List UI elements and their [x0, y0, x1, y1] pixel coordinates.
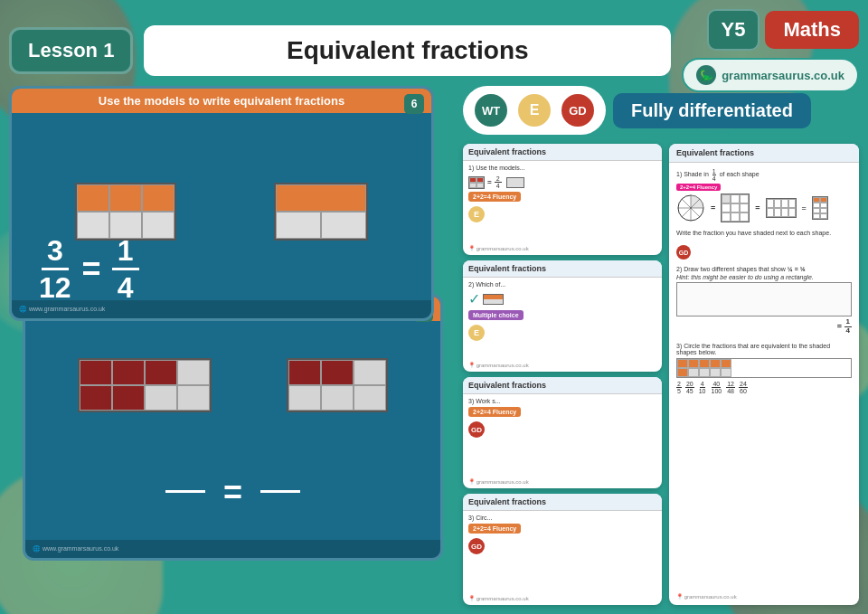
cell: [142, 212, 175, 239]
cell: [142, 184, 175, 212]
slide-2-grid-1: [78, 358, 212, 412]
slides-area: Use the models to write equivalent fract…: [9, 86, 452, 605]
ws-4-badge: GD: [468, 538, 485, 554]
grammarsaurus-url: grammarsaurus.co.uk: [722, 69, 844, 82]
ws-1-header: Equivalent fractions: [463, 144, 662, 161]
cell: [80, 360, 112, 385]
e-badge: E: [515, 91, 553, 129]
right-badges: Y5 Maths 🦕 grammarsaurus.co.uk: [682, 9, 859, 92]
cell: [276, 212, 321, 239]
worksheets-row: Equivalent fractions 1) Use the models..…: [463, 144, 859, 605]
lws-q3: 2) Draw two different shapes that show ¼…: [676, 266, 852, 335]
ws-2-body: 2) Which of... ✓ Multiple choice E 📍 gra…: [463, 278, 662, 372]
cell: [77, 184, 109, 212]
slide-2-bottom: 🌐 www.grammarsaurus.co.uk: [25, 540, 440, 558]
slide-1-bottom: 🌐 www.grammarsaurus.co.uk: [12, 300, 431, 318]
ws-1-tag: 2+2=4 Fluency: [468, 192, 521, 202]
ws-3-header: Equivalent fractions: [463, 377, 662, 394]
ws-4-tag: 2+2=4 Fluency: [468, 524, 521, 534]
ws-1-badge: E: [468, 206, 485, 222]
cell: [77, 212, 109, 239]
lws-gd-badge: GD: [676, 245, 691, 260]
fully-differentiated-label: Fully differentiated: [613, 93, 811, 128]
equals-sign: =: [82, 250, 101, 288]
cell: [80, 385, 112, 411]
cell: [109, 184, 142, 212]
lws-orange-grid: [676, 358, 852, 378]
lws-title: Equivalent fractions: [676, 148, 754, 157]
slide-1-body: 3 12 = 1 4: [12, 113, 431, 310]
cell: [145, 385, 177, 411]
cell: [112, 360, 145, 385]
frac2-numerator: 1: [118, 236, 134, 265]
cell: [145, 360, 177, 385]
ws-4-q: 3) Circ...: [468, 515, 656, 521]
cell: [354, 385, 386, 411]
lws-square-grid: [721, 194, 750, 222]
cell: [288, 385, 321, 411]
checkmark-icon: ✓: [468, 290, 480, 307]
frac2-denominator: 4: [118, 273, 134, 302]
year-badge: Y5: [707, 9, 760, 51]
cell: [321, 360, 354, 385]
main-content: Use the models to write equivalent fract…: [9, 86, 859, 605]
maths-badge: Maths: [765, 11, 859, 49]
worksheet-2[interactable]: Equivalent fractions 2) Which of... ✓ Mu…: [463, 260, 662, 372]
equals-sign-2: =: [223, 474, 242, 512]
cell: [354, 360, 386, 385]
year-maths-row: Y5 Maths: [707, 9, 859, 51]
lesson-label: Lesson 1: [28, 39, 114, 61]
header: Lesson 1 Equivalent fractions Y5 Maths 🦕…: [9, 9, 859, 92]
ws-1-q: 1) Use the models...: [468, 165, 656, 171]
ws-3-tag: 2+2=4 Fluency: [468, 407, 521, 417]
ws-2-q: 2) Which of...: [468, 281, 656, 288]
slide-2: Use the models to write equivalent fract…: [23, 294, 443, 561]
grammarsaurus-badge: 🦕 grammarsaurus.co.uk: [682, 58, 859, 92]
diff-badge-container: WT E GD Fully differentiated: [463, 86, 859, 135]
ws-2-badge: E: [468, 325, 485, 341]
ws-3-body: 3) Work s... 2+2=4 Fluency GD 📍 grammars…: [463, 394, 662, 488]
ws-3-badge: GD: [468, 421, 485, 438]
ws-2-gramm: 📍 grammarsaurus.co.uk: [468, 362, 656, 368]
slide-2-grid-2: [287, 358, 388, 412]
slide-1: Use the models to write equivalent fract…: [9, 86, 434, 321]
slide-2-body: =: [25, 321, 440, 550]
lws-rect-grid: [766, 198, 797, 218]
large-worksheet[interactable]: Equivalent fractions 1) Shade in 1 4 of …: [669, 144, 859, 605]
worksheet-4[interactable]: Equivalent fractions 3) Circ... 2+2=4 Fl…: [463, 494, 662, 605]
ws-1-body: 1) Use the models... = 2: [463, 161, 662, 255]
cell: [321, 385, 354, 411]
cell: [177, 385, 210, 411]
frac1-denominator: 12: [39, 273, 71, 302]
frac-divider-2: [112, 268, 139, 270]
slide-1-grid-1: [75, 183, 176, 241]
ws-4-body: 3) Circ... 2+2=4 Fluency GD 📍 grammarsau…: [463, 511, 662, 605]
worksheet-3[interactable]: Equivalent fractions 3) Work s... 2+2=4 …: [463, 377, 662, 488]
ws-3-gramm: 📍 grammarsaurus.co.uk: [468, 478, 656, 485]
ws-1-gramm: 📍 grammarsaurus.co.uk: [468, 245, 656, 251]
gd-badge: GD: [559, 91, 597, 129]
cell: [112, 385, 145, 411]
grammarsaurus-icon: 🦕: [696, 65, 716, 85]
lws-header: Equivalent fractions: [669, 144, 859, 163]
lws-q2: Write the fraction you have shaded next …: [676, 230, 852, 238]
ws-4-gramm: 📍 grammarsaurus.co.uk: [468, 595, 656, 601]
page-title: Equivalent fractions: [165, 36, 649, 65]
slide-1-number: 6: [404, 94, 424, 114]
ws-2-tag: Multiple choice: [468, 310, 524, 320]
right-panel: WT E GD Fully differentiated Equivalent …: [463, 86, 859, 605]
lws-tall-grid: [812, 196, 828, 220]
lws-gramm: 📍 grammarsaurus.co.uk: [676, 593, 852, 600]
cell: [276, 184, 366, 212]
lws-circle: [676, 194, 705, 222]
wt-badge: WT: [472, 91, 510, 129]
frac-divider: [42, 268, 69, 270]
worksheet-1[interactable]: Equivalent fractions 1) Use the models..…: [463, 144, 662, 255]
lesson-badge: Lesson 1: [9, 27, 133, 74]
cell: [177, 360, 210, 385]
slide-1-grid-2: [274, 183, 368, 241]
slide-1-instruction: Use the models to write equivalent fract…: [99, 94, 344, 108]
lws-body: 1) Shade in 1 4 of each shape 2+2=4 Flue…: [669, 163, 859, 605]
slide-1-header: Use the models to write equivalent fract…: [12, 89, 431, 113]
fraction-2: 1 4: [112, 236, 139, 302]
